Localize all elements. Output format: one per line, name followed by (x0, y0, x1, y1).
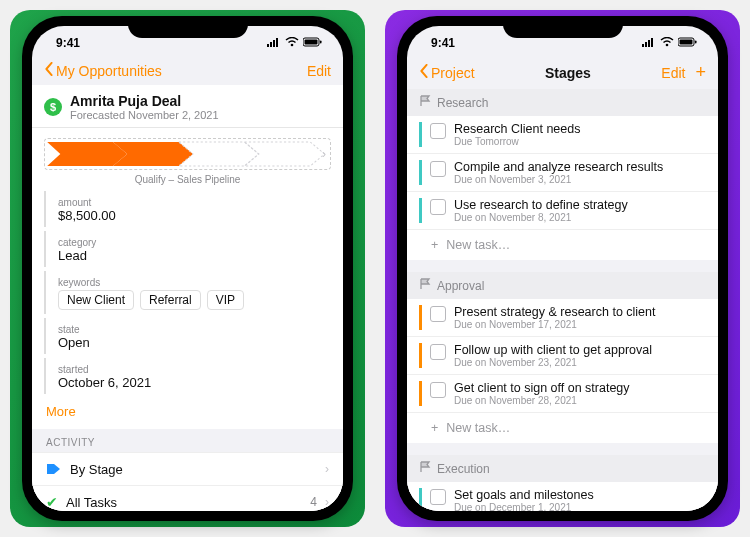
plus-icon: + (431, 238, 438, 252)
field-category[interactable]: category Lead (44, 231, 343, 267)
wifi-icon (285, 36, 299, 50)
activity-all-tasks[interactable]: ✔ All Tasks 4 › (32, 485, 343, 511)
task-row[interactable]: Use research to define strategyDue on No… (407, 192, 718, 230)
edit-button[interactable]: Edit (661, 65, 685, 81)
phone-frame-right: 9:41 Project Stages Edit + (397, 16, 728, 521)
stage-color-bar (419, 305, 422, 330)
task-checkbox[interactable] (430, 161, 446, 177)
task-title: Research Client needs (454, 122, 580, 136)
tag-icon (46, 461, 62, 477)
more-button[interactable]: More (32, 394, 343, 429)
page-title: Stages (545, 65, 591, 81)
status-time: 9:41 (56, 36, 80, 50)
task-row[interactable]: Research Client needsDue Tomorrow (407, 116, 718, 154)
field-keywords[interactable]: keywords New Client Referral VIP (44, 271, 343, 314)
stage-color-bar (419, 488, 422, 511)
field-amount[interactable]: amount $8,500.00 (44, 191, 343, 227)
deal-subtitle: Forecasted November 2, 2021 (70, 109, 219, 121)
new-task-label: New task… (446, 238, 510, 252)
task-row[interactable]: Set goals and milestonesDue on December … (407, 482, 718, 511)
stage-color-bar (419, 343, 422, 368)
stage-color-bar (419, 160, 422, 185)
svg-rect-15 (651, 38, 653, 47)
notch (128, 16, 248, 38)
chevron-right-icon: › (325, 495, 329, 509)
svg-point-4 (291, 44, 294, 47)
status-time: 9:41 (431, 36, 455, 50)
nav-bar: Project Stages Edit + (407, 58, 718, 89)
task-row[interactable]: Present strategy & research to clientDue… (407, 299, 718, 337)
svg-marker-8 (47, 142, 127, 166)
chevron-right-icon: › (325, 462, 329, 476)
task-due: Due on November 8, 2021 (454, 212, 628, 223)
task-checkbox[interactable] (430, 306, 446, 322)
stage-header[interactable]: Research (407, 89, 718, 116)
svg-rect-2 (273, 40, 275, 47)
task-title: Follow up with client to get approval (454, 343, 652, 357)
stage-header[interactable]: Approval (407, 272, 718, 299)
svg-rect-0 (267, 44, 269, 47)
stage-name: Research (437, 96, 488, 110)
new-task-button[interactable]: +New task… (407, 230, 718, 260)
activity-by-stage[interactable]: By Stage › (32, 452, 343, 485)
back-button[interactable]: Project (419, 64, 475, 81)
svg-rect-12 (642, 44, 644, 47)
battery-icon (303, 36, 323, 50)
back-label: Project (431, 65, 475, 81)
task-checkbox[interactable] (430, 123, 446, 139)
svg-rect-13 (645, 42, 647, 47)
task-due: Due on November 17, 2021 (454, 319, 655, 330)
task-title: Compile and analyze research results (454, 160, 663, 174)
task-checkbox[interactable] (430, 344, 446, 360)
battery-icon (678, 36, 698, 50)
svg-rect-18 (680, 40, 693, 45)
task-row[interactable]: Get client to sign off on strategyDue on… (407, 375, 718, 413)
nav-bar: My Opportunities Edit (32, 58, 343, 85)
task-checkbox[interactable] (430, 382, 446, 398)
flag-icon (419, 278, 431, 293)
task-due: Due on November 3, 2021 (454, 174, 663, 185)
flag-icon (419, 461, 431, 476)
back-button[interactable]: My Opportunities (44, 62, 162, 79)
svg-rect-7 (320, 41, 322, 44)
chevron-left-icon (419, 64, 429, 81)
task-checkbox[interactable] (430, 489, 446, 505)
keyword-tag[interactable]: VIP (207, 290, 244, 310)
new-task-label: New task… (446, 421, 510, 435)
deal-title: Amrita Puja Deal (70, 93, 219, 109)
stage-color-bar (419, 381, 422, 406)
notch (503, 16, 623, 38)
task-row[interactable]: Follow up with client to get approvalDue… (407, 337, 718, 375)
pipeline-caption: Qualify – Sales Pipeline (44, 174, 331, 185)
stage-name: Approval (437, 279, 484, 293)
svg-rect-6 (305, 40, 318, 45)
dollar-icon: $ (44, 98, 62, 116)
task-due: Due on November 23, 2021 (454, 357, 652, 368)
add-button[interactable]: + (695, 62, 706, 83)
chevron-right-icon: › (322, 147, 326, 161)
task-checkbox[interactable] (430, 199, 446, 215)
stage-color-bar (419, 198, 422, 223)
keyword-tag[interactable]: Referral (140, 290, 201, 310)
task-due: Due Tomorrow (454, 136, 580, 147)
stage-color-bar (419, 122, 422, 147)
pipeline-stage[interactable]: › Qualify – Sales Pipeline (32, 128, 343, 187)
chevron-left-icon (44, 62, 54, 79)
back-label: My Opportunities (56, 63, 162, 79)
task-title: Set goals and milestones (454, 488, 594, 502)
task-due: Due on December 1, 2021 (454, 502, 594, 511)
signal-icon (267, 36, 281, 50)
keyword-tag[interactable]: New Client (58, 290, 134, 310)
stage-header[interactable]: Execution (407, 455, 718, 482)
task-title: Use research to define strategy (454, 198, 628, 212)
svg-rect-1 (270, 42, 272, 47)
task-title: Present strategy & research to client (454, 305, 655, 319)
edit-button[interactable]: Edit (307, 63, 331, 79)
field-started[interactable]: started October 6, 2021 (44, 358, 343, 394)
new-task-button[interactable]: +New task… (407, 413, 718, 443)
task-row[interactable]: Compile and analyze research resultsDue … (407, 154, 718, 192)
field-state[interactable]: state Open (44, 318, 343, 354)
task-title: Get client to sign off on strategy (454, 381, 630, 395)
plus-icon: + (431, 421, 438, 435)
check-icon: ✔ (46, 494, 58, 510)
